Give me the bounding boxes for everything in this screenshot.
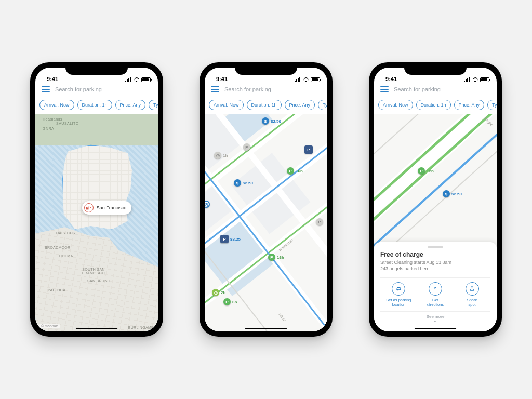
battery-icon	[480, 77, 489, 82]
marker-16h-2[interactable]: P16h	[268, 254, 284, 261]
chip-arrival[interactable]: Arrival: Now	[209, 100, 244, 110]
directions-icon	[429, 282, 442, 296]
north-land: Headlands SAUSALITO GNRA	[35, 114, 158, 145]
sheet-line2: 243 angels parked here	[380, 265, 490, 272]
chip-duration[interactable]: Duration: 1h	[416, 100, 451, 110]
chip-price[interactable]: Price: Any	[454, 100, 485, 110]
parking-green-icon: P	[268, 254, 275, 261]
street-map-bg: Howard St 7th St $$2.50 P ◷1h P P16h $$2…	[205, 114, 327, 331]
search-placeholder: Search for parking	[394, 86, 490, 92]
menu-icon[interactable]	[211, 86, 219, 92]
action-share[interactable]: Share spot	[457, 282, 488, 307]
marker-p-grey-2[interactable]: P	[316, 218, 323, 225]
battery-icon	[311, 77, 320, 82]
action-label: Set as parking location	[386, 298, 411, 307]
label-burlingame: BURLINGAME	[128, 326, 154, 329]
sheet-title: Free of charge	[380, 251, 490, 258]
chip-price[interactable]: Price: Any	[285, 100, 315, 110]
label-sanbruno: SAN BRUNO	[87, 279, 110, 283]
parking-navy-icon: P	[220, 235, 229, 243]
phone-notch	[65, 62, 128, 75]
signal-icon	[464, 77, 471, 82]
label-broadmoor: BROADMOOR	[45, 246, 70, 249]
label-pacifica: PACIFICA	[48, 288, 65, 292]
marker-price-1[interactable]: $$2.50	[262, 117, 281, 125]
marker-price-250[interactable]: $$2.50	[443, 190, 462, 197]
chip-duration[interactable]: Duration: 1h	[247, 100, 282, 110]
bridge-icon	[84, 203, 94, 212]
phone-notch	[235, 62, 297, 75]
filter-chips: Arrival: Now Duration: 1h Price: Any Typ…	[35, 96, 158, 114]
chip-type[interactable]: Type	[487, 100, 497, 110]
search-placeholder: Search for parking	[224, 86, 321, 92]
status-indicators	[464, 77, 489, 82]
menu-icon[interactable]	[42, 86, 50, 92]
sheet-actions: Set as parking location Get directions S…	[380, 277, 490, 312]
city-badge-label: San Francisco	[97, 205, 127, 210]
phone-mockup-2: 9:41 Search for parking Arrival: Now Dur…	[200, 62, 332, 337]
parking-grey-icon: P	[316, 218, 323, 225]
marker-price-3[interactable]: P$8.25	[220, 235, 241, 243]
marker-price-2[interactable]: $$2.50	[234, 179, 253, 187]
marker-2h[interactable]: ◷2h	[212, 289, 225, 296]
wifi-icon	[134, 77, 140, 82]
marker-12h[interactable]: P12h	[418, 167, 434, 175]
status-indicators	[125, 77, 151, 82]
chip-arrival[interactable]: Arrival: Now	[39, 100, 74, 110]
price-pin-icon: $	[443, 190, 450, 197]
phone-notch	[404, 62, 467, 75]
menu-icon[interactable]	[380, 86, 389, 92]
marker-1h[interactable]: ◷1h	[214, 152, 228, 159]
search-bar[interactable]: Search for parking	[374, 83, 497, 96]
wifi-icon	[472, 77, 478, 82]
bottom-sheet[interactable]: Free of charge Street Cleaning starts Au…	[374, 242, 497, 331]
label-headlands: Headlands	[43, 117, 62, 122]
signal-icon	[295, 77, 301, 82]
chip-type[interactable]: Type	[318, 100, 327, 110]
svg-point-0	[397, 290, 398, 290]
chip-arrival[interactable]: Arrival: Now	[378, 100, 413, 110]
time-grey-icon: ◷	[214, 152, 221, 159]
marker-p-grey[interactable]: P	[243, 143, 250, 151]
chip-duration[interactable]: Duration: 1h	[77, 100, 112, 110]
action-label: Share spot	[467, 298, 477, 307]
chip-type[interactable]: Type	[149, 100, 158, 110]
parking-green-icon: P	[223, 298, 231, 305]
label-sausalito: SAUSALITO	[56, 122, 79, 126]
label-gnra: GNRA	[43, 127, 54, 131]
share-icon	[466, 282, 479, 296]
marker-p-navy[interactable]: P	[304, 145, 313, 154]
marker-time-blue[interactable]: ◷	[205, 201, 210, 208]
battery-icon	[141, 77, 151, 82]
marker-16h-1[interactable]: P16h	[287, 167, 303, 175]
price-pin-icon: $	[234, 179, 241, 187]
parking-navy-icon: P	[304, 145, 313, 154]
time-green-icon: ◷	[212, 289, 219, 296]
phone-mockup-1: 9:41 Search for parking Arrival: Now Dur…	[30, 62, 163, 337]
sf-boundary	[62, 145, 134, 230]
parking-green-icon: P	[418, 167, 425, 175]
label-colma: COLMA	[59, 254, 73, 258]
signal-icon	[125, 77, 132, 82]
action-directions[interactable]: Get directions	[420, 282, 451, 307]
search-bar[interactable]: Search for parking	[205, 83, 327, 96]
sheet-line1: Street Cleaning starts Aug 13 8am	[380, 259, 490, 265]
status-indicators	[295, 77, 320, 82]
sheet-handle[interactable]	[428, 246, 443, 248]
map-street-view[interactable]: Howard St 7th St $$2.50 P ◷1h P P16h $$2…	[205, 114, 327, 331]
marker-6h[interactable]: P6h	[223, 298, 237, 305]
time-blue-icon: ◷	[205, 201, 210, 208]
see-more[interactable]: See more ⌄	[380, 314, 490, 322]
map-region-view[interactable]: Headlands SAUSALITO GNRA DALY CITY BROAD…	[35, 114, 158, 331]
label-daly: DALY CITY	[56, 231, 76, 235]
map-detail-view[interactable]: Haight P12h $$2.50 Free of charge Street…	[374, 114, 497, 331]
mapbox-attribution: © mapbox	[38, 324, 60, 328]
status-time: 9:41	[216, 76, 228, 82]
search-bar[interactable]: Search for parking	[35, 83, 158, 96]
svg-point-1	[400, 290, 400, 290]
city-badge[interactable]: San Francisco	[82, 201, 132, 215]
status-time: 9:41	[47, 76, 58, 82]
label-ssf: SOUTH SAN FRANCISCO	[82, 268, 105, 275]
chip-price[interactable]: Price: Any	[115, 100, 146, 110]
action-set-parking[interactable]: Set as parking location	[383, 282, 414, 307]
